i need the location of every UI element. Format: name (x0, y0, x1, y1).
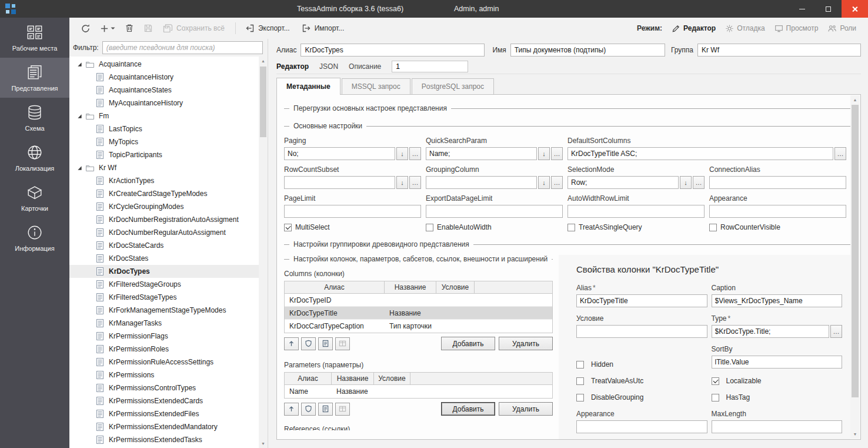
sidebar-item-views[interactable]: Представления (0, 58, 69, 98)
tree-item[interactable]: MyAcquaintanceHistory (69, 97, 259, 109)
enableautowidth-checkbox[interactable]: EnableAutoWidth (426, 223, 563, 231)
tree-item[interactable]: KrFilteredStageGroups (69, 278, 259, 291)
column-header-caption[interactable]: Название (385, 281, 436, 293)
tree-item[interactable]: AcquaintanceStates (69, 84, 259, 97)
section-main-settings[interactable]: Основные настройки (284, 122, 850, 130)
import-button[interactable]: Импорт... (298, 21, 348, 35)
tree-group-kr-wf[interactable]: Kr Wf (69, 161, 259, 174)
close-button[interactable] (842, 0, 868, 18)
quicksearchparam-ellipsis-button[interactable]: … (551, 147, 563, 160)
expander-icon[interactable] (77, 62, 82, 67)
content-scrollbar[interactable]: ▲ ▼ (850, 95, 860, 439)
save-button[interactable] (141, 21, 156, 35)
export-button[interactable]: Экспорт... (242, 21, 293, 35)
view-mode-editor[interactable]: Редактор (276, 62, 309, 71)
appearance-input[interactable] (709, 205, 846, 218)
parameters-remove-button[interactable]: Удалить (499, 402, 553, 416)
tree-item[interactable]: KrPermissionRoles (69, 343, 259, 356)
mode-debug-button[interactable]: Отладка (720, 22, 769, 35)
scroll-down-icon[interactable]: ▼ (850, 430, 860, 439)
scroll-up-icon[interactable]: ▲ (850, 95, 860, 104)
version-input[interactable] (392, 61, 468, 72)
multiselect-checkbox[interactable]: MultiSelect (284, 223, 421, 231)
tree-item[interactable]: KrDocStateCards (69, 239, 259, 252)
expander-icon[interactable] (77, 114, 82, 119)
table-row-krdoccardtypecaption[interactable]: KrDocCardTypeCaption Тип карточки (285, 320, 552, 333)
groupingcolumn-ellipsis-button[interactable]: … (551, 176, 563, 189)
hastag-checkbox[interactable]: HasTag (712, 393, 843, 401)
exportdatapagelimit-input[interactable] (426, 205, 563, 218)
tree-item[interactable]: KrPermissionsExtendedCards (69, 394, 259, 407)
tree-item[interactable]: KrPermissionFlags (69, 330, 259, 343)
add-button[interactable] (97, 22, 118, 35)
autowidthrowlimit-input[interactable] (567, 205, 705, 218)
tree-item[interactable]: KrPermissionRuleAccessSettings (69, 356, 259, 369)
column-condition-input[interactable] (576, 325, 707, 338)
treatvalueasutc-checkbox[interactable]: TreatValueAsUtc (576, 377, 707, 385)
columns-shield-button[interactable] (301, 337, 316, 350)
tab-postgresql[interactable]: PostgreSQL запрос (412, 78, 494, 94)
sidebar-item-schema[interactable]: Схема (0, 98, 69, 138)
tree-item-krdoctypes[interactable]: KrDocTypes (69, 265, 259, 278)
quicksearchparam-input[interactable] (426, 147, 537, 160)
columns-move-up-button[interactable] (284, 337, 299, 350)
rowcountervisible-checkbox[interactable]: RowCounterVisible (709, 223, 846, 231)
tree-item[interactable]: KrCycleGroupingModes (69, 200, 259, 213)
columns-remove-button[interactable]: Удалить (499, 337, 553, 350)
mode-roles-button[interactable]: Роли (823, 22, 861, 35)
tree-item[interactable]: KrPermissionsExtendedFiles (69, 407, 259, 420)
tree-group-acquaintance[interactable]: Acquaintance (69, 58, 259, 71)
quicksearchparam-dropdown-button[interactable]: ↓ (538, 147, 550, 160)
scroll-up-icon[interactable]: ▲ (259, 57, 268, 65)
parameters-add-button[interactable]: Добавить (441, 402, 495, 416)
columns-add-button[interactable]: Добавить (441, 337, 495, 350)
sidebar-item-information[interactable]: Информация (0, 218, 69, 258)
paging-dropdown-button[interactable]: ↓ (396, 147, 408, 160)
maximize-button[interactable] (815, 0, 842, 18)
sidebar-item-workplaces[interactable]: Рабочие места (0, 18, 69, 58)
column-alias-input[interactable] (576, 294, 707, 307)
column-sortby-input[interactable] (712, 356, 843, 369)
section-tree-grouping[interactable]: Настройки группировки древовидного предс… (284, 240, 850, 248)
column-appearance-input[interactable] (576, 420, 707, 433)
selectionmode-input[interactable] (567, 176, 679, 189)
tab-mssql[interactable]: MSSQL запрос (342, 78, 410, 94)
tree-item[interactable]: LastTopics (69, 122, 259, 135)
tree-scrollbar-thumb[interactable] (260, 67, 266, 137)
tree-group-fm[interactable]: Fm (69, 109, 259, 122)
view-mode-description[interactable]: Описание (349, 62, 381, 71)
localizable-checkbox[interactable]: Localizable (712, 377, 843, 385)
column-header-caption[interactable]: Название (332, 373, 374, 384)
column-header-alias[interactable]: Алиас (285, 373, 332, 384)
disablegrouping-checkbox[interactable]: DisableGrouping (576, 393, 707, 401)
sidebar-item-cards[interactable]: Карточки (0, 178, 69, 218)
tree-item[interactable]: KrCreateCardStageTypeModes (69, 187, 259, 200)
view-group-input[interactable] (697, 44, 861, 57)
paging-input[interactable] (284, 147, 395, 160)
tree-item[interactable]: KrForkManagementStageTypeModes (69, 304, 259, 317)
defaultsortcolumns-ellipsis-button[interactable]: … (834, 147, 846, 160)
tree-item[interactable]: KrDocNumberRegistrationAutoAssigment (69, 213, 259, 226)
mode-editor-button[interactable]: Редактор (667, 22, 720, 35)
tree-item[interactable]: KrPermissionsExtendedTasks (69, 433, 259, 446)
columns-grid-button[interactable] (335, 337, 350, 350)
type-ellipsis-button[interactable]: … (830, 325, 842, 338)
tree-item[interactable]: AcquaintanceHistory (69, 71, 259, 84)
column-header-condition[interactable]: Условие (374, 373, 410, 384)
minimize-button[interactable] (789, 0, 815, 18)
table-row-krdoctypeid[interactable]: KrDocTypeID (285, 294, 552, 307)
tree-item[interactable]: KrPermissions (69, 369, 259, 381)
pagelimit-input[interactable] (284, 205, 421, 218)
defaultsortcolumns-input[interactable] (567, 147, 833, 160)
connectionalias-input[interactable] (709, 176, 846, 189)
tree-item[interactable]: TopicParticipants (69, 148, 259, 161)
parameters-edit-button[interactable] (318, 403, 333, 416)
view-name-input[interactable] (510, 44, 665, 57)
hidden-checkbox[interactable]: Hidden (576, 360, 707, 369)
selectionmode-dropdown-button[interactable]: ↓ (680, 176, 692, 189)
rowcountsubset-input[interactable] (284, 176, 395, 189)
column-maxlength-input[interactable] (712, 420, 843, 433)
groupingcolumn-dropdown-button[interactable]: ↓ (538, 176, 550, 189)
column-header-condition[interactable]: Условие (436, 281, 475, 293)
tree-item[interactable]: KrDocNumberRegularAutoAssigment (69, 226, 259, 239)
